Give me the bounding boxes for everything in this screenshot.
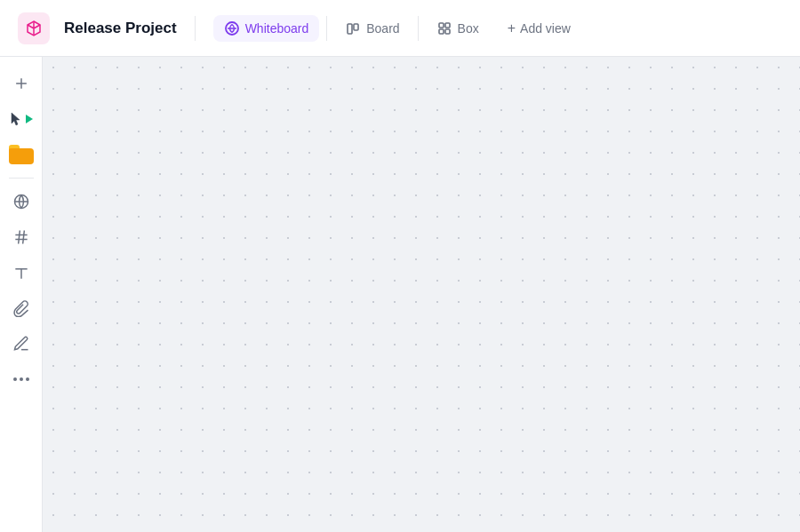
main-container xyxy=(0,57,800,532)
box-icon xyxy=(436,20,452,36)
header-divider xyxy=(195,16,196,41)
header: Release Project Whiteboard xyxy=(0,0,800,57)
sidebar-globe-tool[interactable] xyxy=(5,186,37,218)
add-view-plus: + xyxy=(508,20,516,36)
tab-box-label: Box xyxy=(458,21,479,36)
svg-line-15 xyxy=(22,231,24,244)
sidebar-text-tool[interactable] xyxy=(5,257,37,289)
play-icon xyxy=(26,115,33,123)
svg-rect-6 xyxy=(439,29,444,34)
board-icon xyxy=(345,20,361,36)
sidebar xyxy=(0,57,43,532)
svg-rect-2 xyxy=(348,24,352,34)
project-icon xyxy=(18,12,50,44)
globe-icon xyxy=(12,193,30,210)
tab-whiteboard-label: Whiteboard xyxy=(245,21,309,36)
svg-rect-7 xyxy=(445,29,450,34)
sidebar-add-button[interactable] xyxy=(5,67,37,99)
paperclip-icon xyxy=(12,299,30,317)
sidebar-more-button[interactable] xyxy=(5,363,37,395)
text-icon xyxy=(12,264,30,282)
cursor-icon xyxy=(10,111,22,127)
tab-divider-1 xyxy=(326,16,327,41)
project-title: Release Project xyxy=(64,20,177,37)
more-icon xyxy=(13,377,29,381)
add-view-button[interactable]: + Add view xyxy=(497,15,581,42)
svg-rect-4 xyxy=(439,23,444,28)
hash-icon xyxy=(12,228,30,246)
whiteboard-icon xyxy=(224,20,240,36)
svg-line-14 xyxy=(18,231,20,244)
sidebar-separator-1 xyxy=(9,178,34,179)
folder-icon xyxy=(9,145,34,164)
nav-tabs: Whiteboard Board xyxy=(213,15,581,42)
sidebar-files-tool[interactable] xyxy=(5,139,37,171)
plus-icon xyxy=(12,75,30,92)
whiteboard-canvas[interactable] xyxy=(43,57,800,532)
sidebar-cursor-tool[interactable] xyxy=(5,103,37,135)
add-view-label: Add view xyxy=(520,21,571,36)
sidebar-hash-tool[interactable] xyxy=(5,221,37,253)
tab-divider-2 xyxy=(418,16,419,41)
sidebar-attach-tool[interactable] xyxy=(5,292,37,324)
pen-icon xyxy=(12,335,30,353)
svg-rect-3 xyxy=(354,24,358,30)
tab-board[interactable]: Board xyxy=(334,15,410,42)
tab-board-label: Board xyxy=(366,21,399,36)
sidebar-draw-tool[interactable] xyxy=(5,328,37,360)
tab-whiteboard[interactable]: Whiteboard xyxy=(213,15,320,42)
tab-box[interactable]: Box xyxy=(426,15,490,42)
svg-rect-5 xyxy=(445,23,450,28)
